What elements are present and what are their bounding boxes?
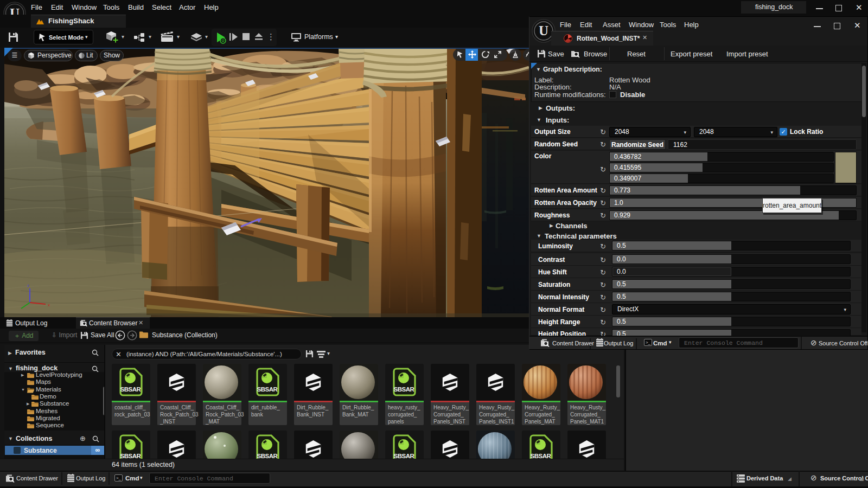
svg-text:U: U: [539, 23, 548, 38]
svg-text:z: z: [27, 283, 29, 288]
svg-text:x: x: [48, 303, 50, 307]
